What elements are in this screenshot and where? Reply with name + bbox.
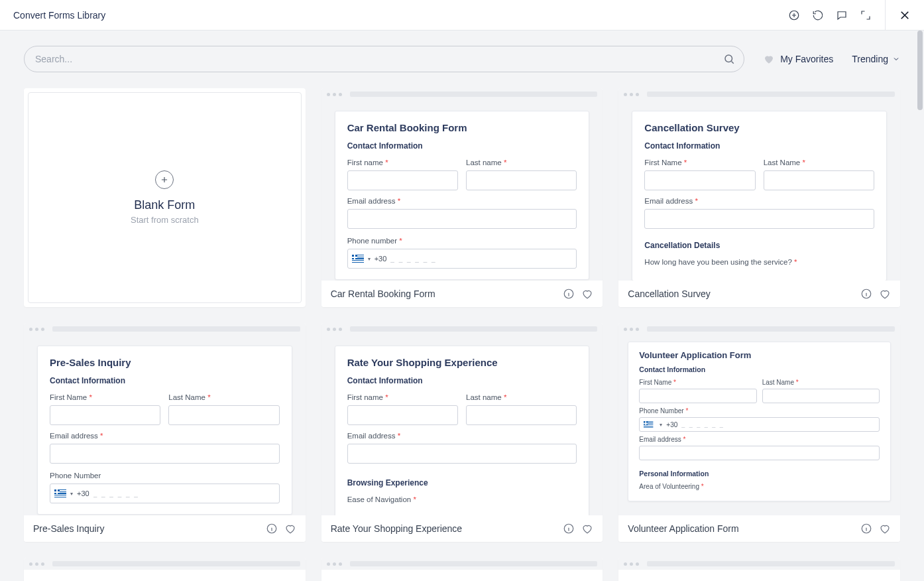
card-footer: Car Rental Booking Form	[321, 281, 603, 307]
section-label: Cancellation Details	[644, 241, 874, 250]
blank-title: Blank Form	[134, 198, 195, 212]
form-title: Volunteer Application Form	[639, 350, 880, 360]
template-preview: Volunteer Application Form Contact Infor…	[618, 335, 900, 515]
heart-icon[interactable]	[879, 523, 891, 535]
form-title: Cancellation Survey	[644, 122, 874, 133]
form-title: Pre-Sales Inquiry	[50, 357, 280, 368]
form-title: Car Rental Booking Form	[347, 122, 577, 133]
info-icon[interactable]	[266, 523, 278, 535]
template-name: Pre-Sales Inquiry	[33, 523, 104, 534]
heart-icon	[763, 53, 775, 65]
form-title: Rate Your Shopping Experience	[347, 357, 577, 368]
close-icon[interactable]	[899, 9, 911, 21]
chevron-down-icon	[892, 55, 900, 63]
browser-dots	[24, 323, 306, 335]
blank-form-inner[interactable]: Blank Form Start from scratch	[28, 92, 302, 303]
browser-dots	[618, 323, 900, 335]
heart-icon[interactable]	[284, 523, 296, 535]
scrollbar[interactable]	[917, 31, 923, 110]
template-name: Rate Your Shopping Experience	[331, 523, 462, 534]
section-label: Contact Information	[50, 376, 280, 385]
template-card-volunteer[interactable]: Volunteer Application Form Contact Infor…	[618, 323, 900, 542]
browser-dots	[321, 88, 603, 100]
main-content: My Favorites Trending Blank Form Start f…	[0, 31, 924, 581]
blank-subtitle: Start from scratch	[131, 215, 199, 225]
add-icon[interactable]	[788, 9, 800, 21]
svg-point-1	[725, 55, 732, 62]
plus-circle-icon	[155, 170, 174, 189]
template-card-placeholder[interactable]	[321, 558, 603, 581]
header-actions	[788, 0, 911, 31]
section-label: Contact Information	[347, 376, 577, 385]
templates-grid: Blank Form Start from scratch Car Rental…	[0, 72, 924, 581]
library-toolbar: My Favorites Trending	[0, 31, 924, 72]
refresh-icon[interactable]	[812, 9, 824, 21]
template-card-car-rental[interactable]: Car Rental Booking Form Contact Informat…	[321, 88, 603, 307]
info-icon[interactable]	[563, 288, 575, 300]
template-card-presales[interactable]: Pre-Sales Inquiry Contact Information Fi…	[24, 323, 306, 542]
card-footer: Pre-Sales Inquiry	[24, 515, 306, 542]
divider	[885, 0, 886, 31]
template-preview: Car Rental Booking Form Contact Informat…	[321, 100, 603, 281]
template-card-placeholder[interactable]	[618, 558, 900, 581]
search-input[interactable]	[24, 46, 744, 72]
section-label: Contact Information	[347, 141, 577, 151]
favorites-label: My Favorites	[780, 54, 833, 64]
card-footer: Rate Your Shopping Experience	[321, 515, 603, 542]
comment-icon[interactable]	[836, 9, 848, 21]
card-footer: Volunteer Application Form	[618, 515, 900, 542]
browser-dots	[618, 88, 900, 100]
info-icon[interactable]	[860, 288, 872, 300]
app-header: Convert Forms Library	[0, 0, 924, 31]
search-wrapper	[24, 46, 744, 72]
search-icon[interactable]	[723, 53, 735, 65]
info-icon[interactable]	[860, 523, 872, 535]
page-title: Convert Forms Library	[13, 10, 105, 21]
expand-icon[interactable]	[860, 9, 872, 21]
template-card-rate-shopping[interactable]: Rate Your Shopping Experience Contact In…	[321, 323, 603, 542]
heart-icon[interactable]	[581, 523, 593, 535]
sort-label: Trending	[852, 54, 888, 64]
section-label: Contact Information	[639, 365, 880, 373]
heart-icon[interactable]	[581, 288, 593, 300]
info-icon[interactable]	[563, 523, 575, 535]
card-footer: Cancellation Survey	[618, 281, 900, 307]
section-label: Contact Information	[644, 141, 874, 151]
heart-icon[interactable]	[879, 288, 891, 300]
template-name: Cancellation Survey	[628, 289, 711, 299]
browser-dots	[321, 323, 603, 335]
template-preview: Cancellation Survey Contact Information …	[618, 100, 900, 281]
template-preview: Rate Your Shopping Experience Contact In…	[321, 335, 603, 515]
section-label: Personal Information	[639, 470, 880, 478]
blank-form-card[interactable]: Blank Form Start from scratch	[24, 88, 306, 307]
template-name: Car Rental Booking Form	[331, 289, 435, 299]
section-label: Browsing Experience	[347, 478, 577, 487]
favorites-button[interactable]: My Favorites	[763, 53, 833, 65]
template-preview: Pre-Sales Inquiry Contact Information Fi…	[24, 335, 306, 515]
template-card-placeholder[interactable]	[24, 558, 306, 581]
template-name: Volunteer Application Form	[628, 523, 738, 534]
sort-dropdown[interactable]: Trending	[852, 54, 900, 64]
template-card-cancellation[interactable]: Cancellation Survey Contact Information …	[618, 88, 900, 307]
